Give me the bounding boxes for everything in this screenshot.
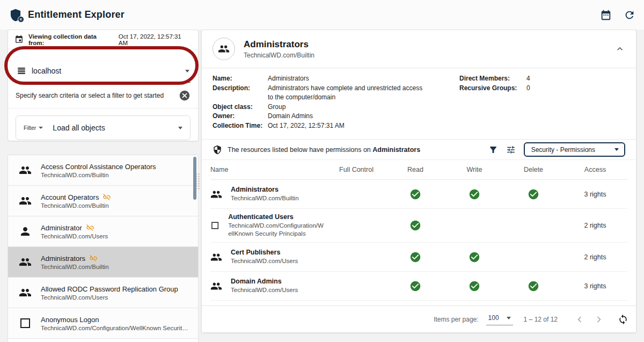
access-cell: 3 rights bbox=[563, 282, 627, 290]
logo-e-badge: e bbox=[18, 16, 24, 23]
server-icon bbox=[17, 66, 26, 76]
resource-note-subject: Administrators bbox=[372, 146, 420, 154]
items-per-page-value: 100 bbox=[488, 314, 499, 322]
read-cell bbox=[386, 220, 445, 231]
list-item-text: AdministratorsTechnicalWD.com/Builtin bbox=[41, 254, 191, 270]
search-hint-row: Specify search criteria or select a filt… bbox=[8, 83, 198, 108]
list-item-text: AdministratorTechnicalWD.com/Users bbox=[41, 223, 191, 239]
viewing-value: Oct 17, 2022, 12:57:31 AM bbox=[119, 33, 192, 46]
tune-filters-button[interactable] bbox=[506, 145, 516, 155]
unlink-icon bbox=[86, 223, 94, 232]
resource-name-cell: Cert PublishersTechnicalWD.com/Users bbox=[210, 244, 327, 270]
chevron-down-icon bbox=[614, 148, 619, 151]
permissions-view-select[interactable]: Security - Permissions bbox=[524, 142, 625, 157]
permissions-table: Name Full Control Read Write Delete Acce… bbox=[202, 160, 636, 330]
check-circle-icon bbox=[409, 280, 421, 292]
object-name: Allowed RODC Password Replication Group bbox=[41, 285, 191, 293]
column-header: Read bbox=[386, 166, 445, 173]
check-circle-icon bbox=[409, 220, 421, 231]
unlink-icon bbox=[103, 193, 111, 201]
items-per-page-select[interactable]: 100 bbox=[486, 313, 513, 325]
chevron-down-icon bbox=[507, 317, 511, 319]
resource-bar: The resources listed below have permissi… bbox=[202, 139, 636, 160]
avatar bbox=[213, 38, 235, 60]
list-item[interactable]: Anonymous LogonTechnicalWD.com/Configura… bbox=[8, 308, 198, 339]
filter-mini-label: Filter bbox=[24, 125, 36, 131]
list-item[interactable]: AdministratorTechnicalWD.com/Users bbox=[8, 216, 198, 247]
person-icon bbox=[19, 225, 32, 238]
unlink-icon bbox=[89, 254, 98, 263]
field-label: Name: bbox=[213, 74, 268, 84]
entitlement-explorer-app: e Entitlement Explorer Viewing collectio… bbox=[0, 0, 644, 342]
write-cell bbox=[445, 280, 504, 292]
square-outline-icon bbox=[19, 317, 32, 330]
object-name: Administrators bbox=[41, 254, 191, 263]
resource-name: Administrators bbox=[231, 186, 299, 193]
stat-label: Direct Members: bbox=[459, 74, 526, 84]
object-path: TechnicalWD.com/Users bbox=[41, 233, 191, 239]
table-row[interactable]: Cert PublishersTechnicalWD.com/Users2 ri… bbox=[210, 243, 627, 272]
panel-resize-handle[interactable] bbox=[195, 173, 200, 190]
table-header-row: Name Full Control Read Write Delete Acce… bbox=[210, 160, 627, 180]
check-circle-icon bbox=[409, 251, 421, 263]
group-icon bbox=[19, 164, 32, 177]
server-select[interactable]: localhost bbox=[8, 49, 198, 83]
read-cell bbox=[386, 280, 445, 292]
delete-cell bbox=[504, 280, 563, 292]
refresh-button[interactable] bbox=[624, 9, 635, 21]
group-icon bbox=[19, 286, 32, 299]
access-cell: 3 rights bbox=[563, 191, 627, 198]
column-header: Access bbox=[563, 166, 627, 173]
server-select-value: localhost bbox=[32, 67, 61, 75]
access-cell: 2 rights bbox=[563, 222, 627, 229]
resource-path: TechnicalWD.com/Builtin bbox=[231, 194, 299, 202]
field-value: Administrators bbox=[268, 74, 309, 84]
table-row[interactable]: AdministratorsTechnicalWD.com/Builtin3 r… bbox=[210, 180, 627, 209]
object-list: Access Control Assistance OperatorsTechn… bbox=[8, 155, 199, 342]
check-circle-icon bbox=[409, 188, 421, 200]
table-row[interactable]: Domain AdminsTechnicalWD.com/Users3 righ… bbox=[210, 272, 627, 301]
collapse-details-button[interactable] bbox=[614, 43, 625, 54]
resource-note: The resources listed below have permissi… bbox=[228, 146, 420, 154]
previous-page-button[interactable] bbox=[574, 314, 586, 325]
field-value: Oct 17, 2022, 12:57:31 AM bbox=[268, 121, 345, 131]
detail-header: Administrators TechnicalWD.com/Builtin bbox=[202, 30, 636, 68]
column-header: Full Control bbox=[327, 166, 386, 173]
object-path: TechnicalWD.com/Builtin bbox=[41, 202, 191, 209]
resource-name: Cert Publishers bbox=[231, 249, 298, 256]
list-item[interactable]: Account OperatorsTechnicalWD.com/Builtin bbox=[8, 186, 198, 216]
check-circle-icon bbox=[528, 188, 539, 200]
reload-table-button[interactable] bbox=[618, 314, 628, 325]
calendar-event-icon bbox=[14, 35, 24, 44]
check-circle-icon bbox=[469, 188, 480, 200]
group-icon bbox=[210, 251, 222, 263]
object-path: TechnicalWD.com/Users bbox=[41, 294, 191, 301]
clear-search-button[interactable] bbox=[179, 90, 191, 101]
top-bar: e Entitlement Explorer bbox=[0, 0, 644, 30]
list-item[interactable]: AdministratorsTechnicalWD.com/Builtin bbox=[8, 247, 198, 278]
column-header: Delete bbox=[504, 166, 563, 173]
field-label: Description: bbox=[213, 84, 268, 103]
next-page-button[interactable] bbox=[593, 314, 605, 325]
table-footer: Items per page: 100 1 – 12 of 12 bbox=[202, 305, 636, 332]
detail-stats: Direct Members:4 Recursive Groups:0 bbox=[459, 74, 530, 93]
write-cell bbox=[445, 251, 504, 263]
search-hint-text: Specify search criteria or select a filt… bbox=[16, 92, 164, 99]
stat-value: 0 bbox=[526, 84, 530, 93]
square-outline-icon bbox=[210, 220, 219, 231]
calendar-button[interactable] bbox=[600, 9, 612, 21]
resource-name-cell: Domain AdminsTechnicalWD.com/Users bbox=[210, 273, 327, 299]
write-cell bbox=[445, 188, 504, 200]
table-row[interactable]: Authenticated UsersTechnicalWD.com/Confi… bbox=[210, 209, 627, 243]
list-item-text: Account OperatorsTechnicalWD.com/Builtin bbox=[41, 193, 191, 209]
check-circle-icon bbox=[469, 251, 480, 263]
check-circle-icon bbox=[528, 280, 539, 292]
filter-select[interactable]: Filter Load all objects bbox=[16, 115, 191, 140]
list-item[interactable]: Access Control Assistance OperatorsTechn… bbox=[8, 155, 198, 186]
object-path: TechnicalWD.com/Builtin bbox=[41, 172, 191, 178]
object-path: TechnicalWD.com/Builtin bbox=[41, 264, 191, 270]
filter-funnel-button[interactable] bbox=[488, 145, 498, 155]
list-item[interactable]: Allowed RODC Password Replication GroupT… bbox=[8, 278, 198, 308]
group-icon bbox=[19, 256, 32, 268]
object-name: Administrator bbox=[41, 223, 191, 232]
